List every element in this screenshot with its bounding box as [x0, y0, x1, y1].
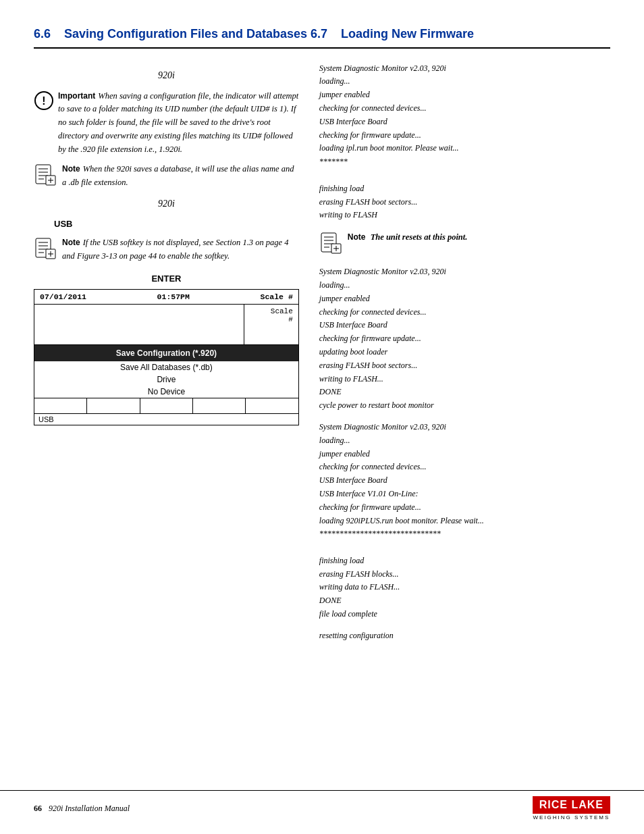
- section-6-6-header: 6.6 Saving Configuration Files and Datab…: [34, 27, 311, 42]
- display-bottom-cell-3: [140, 398, 193, 413]
- note-block-1: Note When the 920i saves a database, it …: [34, 162, 299, 190]
- section-6-7-title: 6.7 Loading New Firmware: [311, 27, 610, 42]
- enter-heading: ENTER: [34, 273, 299, 284]
- firmware-text-1: System Diagnostic Monitor v2.03, 920i lo…: [319, 62, 610, 223]
- firmware-block-4: resetting configuration: [319, 629, 610, 643]
- display-menu-item-3: Drive: [34, 373, 298, 386]
- display-usb-softkey: USB: [34, 413, 298, 425]
- svg-text:!: !: [42, 95, 45, 107]
- display-right-area: Scale#: [244, 305, 298, 344]
- firmware-text-4: resetting configuration: [319, 629, 610, 643]
- firmware-block-3: System Diagnostic Monitor v2.03, 920i lo…: [319, 421, 610, 621]
- note-icon-1: [34, 163, 58, 190]
- display-scale-label: Scale #: [261, 292, 293, 301]
- important-icon: !: [34, 90, 54, 113]
- section-6-7-header: 6.7 Loading New Firmware: [311, 27, 610, 42]
- right-column: System Diagnostic Monitor v2.03, 920i lo…: [319, 62, 610, 651]
- content-area: 920i ! Important When saving a configura…: [34, 62, 610, 651]
- note-text-1: When the 920i saves a database, it will …: [62, 164, 294, 187]
- page: 6.6 Saving Configuration Files and Datab…: [0, 0, 644, 834]
- display-bottom-cell-4: [193, 398, 246, 413]
- display-time: 01:57PM: [157, 292, 190, 301]
- page-number: 66: [34, 804, 42, 814]
- model-label-2: 920i: [34, 199, 299, 209]
- display-menu-item-2: Save All Databases (*.db): [34, 361, 298, 373]
- note-label-reset: Note: [348, 231, 366, 242]
- display-date: 07/01/2011: [40, 292, 86, 301]
- usb-heading: USB: [54, 219, 299, 229]
- display-middle: Scale#: [34, 305, 298, 345]
- logo-text: RICE LAKE: [533, 796, 610, 814]
- page-footer: 66 920i Installation Manual RICE LAKE WE…: [0, 790, 644, 820]
- display-menu-item-4: No Device: [34, 386, 298, 398]
- firmware-block-1: System Diagnostic Monitor v2.03, 920i lo…: [319, 62, 610, 223]
- note-label-2: Note: [62, 236, 80, 247]
- note-block-2: Note If the USB softkey is not displayed…: [34, 236, 299, 264]
- important-block: ! Important When saving a configuration …: [34, 89, 299, 156]
- note-text-2: If the USB softkey is not displayed, see…: [62, 238, 288, 261]
- firmware-text-2: System Diagnostic Monitor v2.03, 920i lo…: [319, 265, 610, 413]
- note-icon-reset: [319, 232, 344, 259]
- display-menu-highlight: Save Configuration (*.920): [34, 345, 298, 361]
- firmware-text-3: System Diagnostic Monitor v2.03, 920i lo…: [319, 421, 610, 621]
- model-label-top: 920i: [34, 70, 299, 81]
- logo-sub: WEIGHING SYSTEMS: [533, 814, 610, 820]
- note-text-reset: The unit resets at this point.: [369, 232, 468, 242]
- note-block-reset: Note The unit resets at this point.: [319, 230, 610, 259]
- display-bottom-cell-5: [246, 398, 298, 413]
- manual-name: 920i Installation Manual: [49, 804, 130, 814]
- section-6-6-title: 6.6 Saving Configuration Files and Datab…: [34, 27, 311, 42]
- display-top-row: 07/01/2011 01:57PM Scale #: [34, 290, 298, 305]
- company-logo: RICE LAKE WEIGHING SYSTEMS: [533, 796, 610, 820]
- left-column: 920i ! Important When saving a configura…: [34, 62, 299, 651]
- display-bottom-cell-2: [87, 398, 140, 413]
- note-icon-2: [34, 237, 58, 264]
- display-left-area: [34, 305, 244, 344]
- display-bottom-cell-1: [34, 398, 87, 413]
- display-screen: 07/01/2011 01:57PM Scale # Scale# Save C…: [34, 289, 299, 425]
- firmware-block-2: System Diagnostic Monitor v2.03, 920i lo…: [319, 265, 610, 413]
- display-scale-label-2: Scale#: [271, 307, 293, 323]
- page-header: 6.6 Saving Configuration Files and Datab…: [34, 27, 610, 49]
- important-label: Important: [58, 90, 95, 101]
- display-bottom-row-1: [34, 398, 298, 413]
- note-label-1: Note: [62, 163, 80, 174]
